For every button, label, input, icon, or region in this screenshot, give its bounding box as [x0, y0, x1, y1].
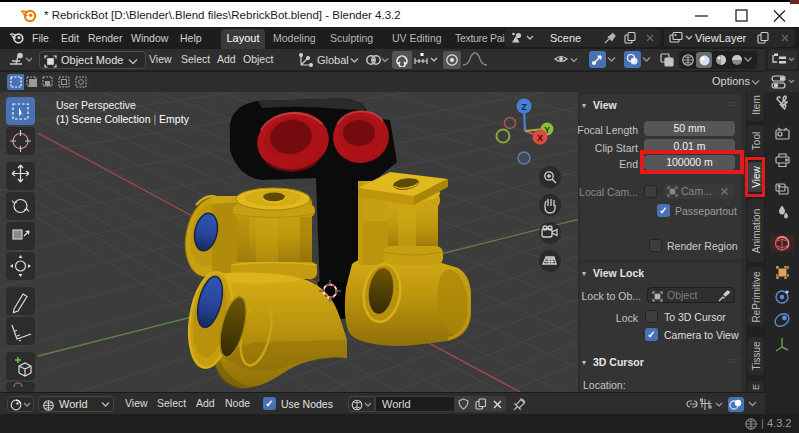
svg-text:Z: Z	[521, 102, 527, 112]
svg-text:Global: Global	[317, 54, 349, 66]
svg-text:X: X	[537, 133, 543, 143]
